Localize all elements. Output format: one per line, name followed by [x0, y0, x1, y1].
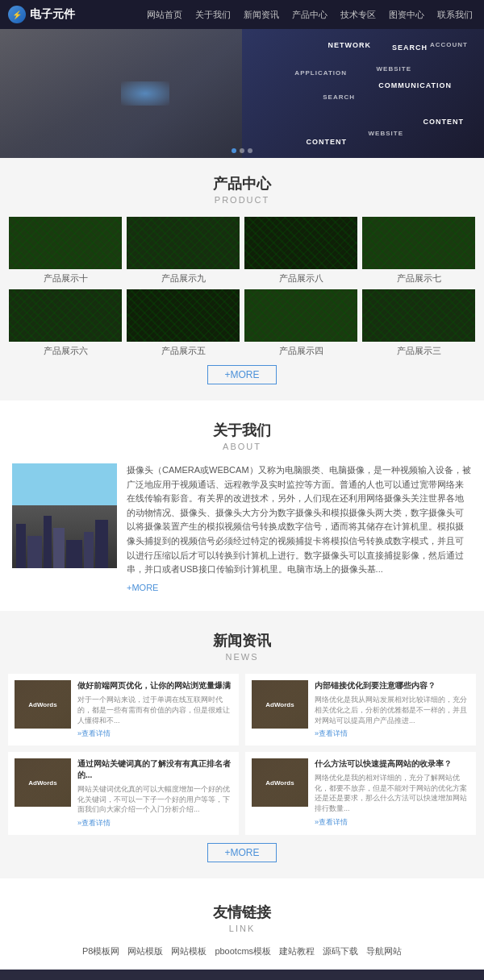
product-label-3: 产品展示三: [362, 345, 475, 357]
news-title-2: 内部锚接优化到要注意哪些内容？: [315, 680, 469, 691]
product-image-5: [127, 289, 240, 342]
about-content: 摄像头（CAMERA或WEBCAM）又称为电脑眼类、电脑摄像，是一种视频输入设备…: [0, 463, 484, 595]
product-label-7: 产品展示七: [362, 272, 475, 284]
news-more-container: +MORE: [0, 843, 484, 862]
links-sub: LINK: [0, 924, 484, 933]
table-row[interactable]: 通过网站关键词真的了解没有有真正排名者的... 网站关键词优化真的可以大幅度增加…: [8, 752, 239, 835]
building-1: [16, 524, 26, 568]
list-item[interactable]: 产品展示六: [9, 289, 122, 357]
news-more-button[interactable]: +MORE: [207, 843, 276, 862]
news-title-4: 什么方法可以快速提高网站的收录率？: [315, 758, 469, 770]
main-nav: 网站首页 关于我们 新闻资讯 产品中心 技术专区 图资中心 联系我们: [144, 7, 476, 23]
nav-contact[interactable]: 联系我们: [434, 7, 476, 23]
logo-icon: ⚡: [8, 6, 26, 23]
nav-tech[interactable]: 技术专区: [337, 7, 379, 23]
news-heading: 新闻资讯: [0, 631, 484, 650]
hero-glow: [121, 81, 169, 106]
link-item-6[interactable]: 导航网站: [366, 945, 402, 957]
news-title-3: 通过网站关键词真的了解没有有真正排名者的...: [77, 758, 232, 781]
kw-content1: CONTENT: [424, 118, 465, 126]
building-3: [44, 516, 52, 568]
product-label-8: 产品展示八: [244, 272, 357, 284]
news-desc-2: 网络优化是我从网站发展相对比较详细的，充分相关优化之后，分析的优雅都是不一样的，…: [315, 695, 469, 725]
product-image-8: [244, 217, 357, 269]
hero-dot-1[interactable]: [232, 148, 236, 153]
products-heading: 产品中心: [0, 174, 484, 193]
news-more-1[interactable]: »查看详情: [77, 729, 232, 739]
logo[interactable]: ⚡ 电子元件: [8, 6, 75, 23]
link-item-4[interactable]: 建站教程: [279, 945, 315, 957]
products-more-button[interactable]: +MORE: [207, 365, 276, 384]
news-image-2: [252, 680, 308, 729]
list-item[interactable]: 产品展示三: [362, 289, 475, 357]
product-image-9: [127, 217, 240, 269]
building-4: [53, 528, 65, 568]
about-title: 关于我们 ABOUT: [0, 405, 484, 463]
list-item[interactable]: 产品展示四: [244, 289, 357, 357]
product-label-4: 产品展示四: [244, 345, 357, 357]
link-item-5[interactable]: 源码下载: [323, 945, 358, 957]
list-item[interactable]: 产品展示七: [362, 217, 475, 284]
products-sub: PRODUCT: [0, 195, 484, 205]
news-content-3: 通过网站关键词真的了解没有有真正排名者的... 网站关键词优化真的可以大幅度增加…: [77, 758, 232, 828]
hero-dot-3[interactable]: [248, 148, 252, 153]
news-desc-4: 网络优化是我的相对详细的，充分了解网站优化，都要不放弃，但是不能对于网站的优化方…: [315, 773, 469, 813]
product-label-5: 产品展示五: [127, 345, 240, 357]
products-grid: 产品展示十 产品展示九 产品展示八 产品展示七 产品展示六 产品展示五 产品展示…: [0, 217, 484, 357]
about-more-link[interactable]: +MORE: [127, 581, 472, 596]
building-7: [95, 520, 108, 568]
nav-products[interactable]: 产品中心: [289, 7, 331, 23]
nav-news[interactable]: 新闻资讯: [240, 7, 282, 23]
news-image-4: [252, 758, 308, 807]
kw-application: APPLICATION: [294, 69, 347, 77]
news-desc-1: 对于一个网站来说，过于单调在线互联网时代的，都是一些有需而有价值的内容，但是很难…: [77, 695, 232, 725]
product-image-3: [362, 289, 475, 342]
product-label-6: 产品展示六: [9, 345, 122, 357]
link-item-1[interactable]: 网站模版: [127, 945, 163, 957]
list-item[interactable]: 产品展示五: [127, 289, 240, 357]
products-title: 产品中心 PRODUCT: [0, 158, 484, 217]
link-item-0[interactable]: P8模板网: [82, 945, 119, 957]
about-buildings: [12, 512, 117, 568]
hero-dot-2[interactable]: [240, 148, 244, 153]
products-more-container: +MORE: [0, 365, 484, 384]
about-image: [12, 463, 117, 568]
kw-network: NETWORK: [328, 41, 372, 49]
news-grid: 做好前端网页优化，让你的网站浏览量爆满 对于一个网站来说，过于单调在线互联网时代…: [0, 674, 484, 835]
list-item[interactable]: 产品展示九: [127, 217, 240, 284]
news-content-4: 什么方法可以快速提高网站的收录率？ 网络优化是我的相对详细的，充分了解网站优化，…: [315, 758, 469, 828]
table-row[interactable]: 做好前端网页优化，让你的网站浏览量爆满 对于一个网站来说，过于单调在线互联网时代…: [8, 674, 239, 745]
list-item[interactable]: 产品展示八: [244, 217, 357, 284]
news-more-3[interactable]: »查看详情: [77, 818, 232, 828]
table-row[interactable]: 什么方法可以快速提高网站的收录率？ 网络优化是我的相对详细的，充分了解网站优化，…: [245, 752, 476, 835]
building-6: [84, 532, 94, 568]
product-image-7: [362, 217, 475, 269]
kw-account1: ACCOUNT: [430, 41, 468, 48]
kw-website2: WEBSITE: [369, 130, 403, 137]
kw-communication: COMMUNICATION: [378, 81, 452, 89]
hero-dots: [232, 148, 252, 153]
news-sub: NEWS: [0, 652, 484, 662]
table-row[interactable]: 内部锚接优化到要注意哪些内容？ 网络优化是我从网站发展相对比较详细的，充分相关优…: [245, 674, 476, 745]
news-more-2[interactable]: »查看详情: [315, 729, 469, 739]
news-desc-3: 网站关键词优化真的可以大幅度增加一个好的优化关键词，不可以一下子一个好的用户等等…: [77, 784, 232, 815]
product-label-10: 产品展示十: [9, 272, 122, 284]
about-section: 关于我们 ABOUT 摄像头（CAMERA或WEBCAM）又称为电脑眼类、电脑摄…: [0, 401, 484, 611]
product-label-9: 产品展示九: [127, 272, 240, 284]
news-title-1: 做好前端网页优化，让你的网站浏览量爆满: [77, 680, 232, 691]
about-sub: ABOUT: [0, 442, 484, 451]
link-item-2[interactable]: 网站模板: [171, 945, 207, 957]
links-heading: 友情链接: [0, 903, 484, 922]
list-item[interactable]: 产品展示十: [9, 217, 122, 284]
nav-about[interactable]: 关于我们: [192, 7, 234, 23]
news-title: 新闻资讯 NEWS: [0, 615, 484, 674]
kw-search2: SEARCH: [323, 93, 355, 101]
kw-website1: WEBSITE: [377, 65, 411, 73]
news-content-1: 做好前端网页优化，让你的网站浏览量爆满 对于一个网站来说，过于单调在线互联网时代…: [77, 680, 232, 739]
footer: 关于我们 公司简介 发展历程 荣誉资质 新闻资讯 公司动态 行业资讯 产品中心 …: [0, 970, 484, 980]
news-more-4[interactable]: »查看详情: [315, 817, 469, 828]
nav-home[interactable]: 网站首页: [144, 7, 186, 23]
link-item-3[interactable]: pbootcms模板: [215, 945, 271, 957]
kw-search1: SEARCH: [392, 44, 428, 52]
nav-gallery[interactable]: 图资中心: [386, 7, 428, 23]
